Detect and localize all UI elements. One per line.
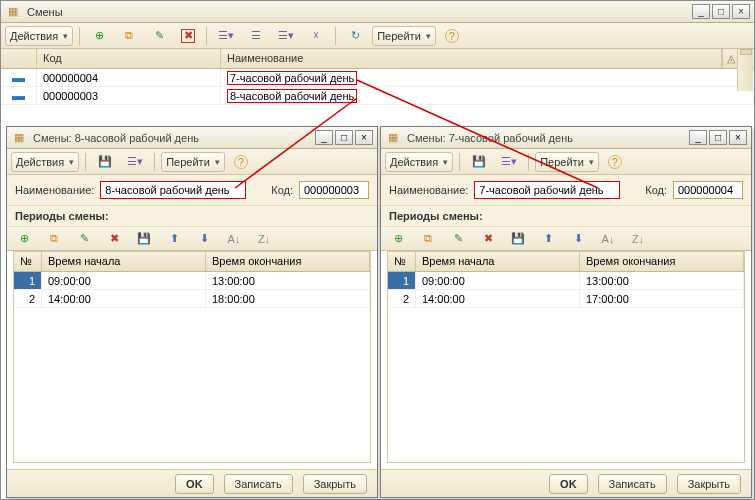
- col-start[interactable]: Время начала: [416, 252, 580, 271]
- clear-filter-button[interactable]: ☓: [303, 26, 329, 46]
- save-grid-button[interactable]: 💾: [131, 229, 157, 249]
- table-row[interactable]: ▬ 000000004 7-часовой рабочий день: [1, 69, 754, 87]
- copy-row-button[interactable]: ⧉: [415, 229, 441, 249]
- col-end[interactable]: Время окончания: [580, 252, 744, 271]
- chevron-down-icon: ▾: [426, 31, 431, 41]
- periods-grid: № Время начала Время окончания 1 09:00:0…: [13, 251, 371, 463]
- periods-row[interactable]: 2 14:00:00 18:00:00: [14, 290, 370, 308]
- help-button[interactable]: ?: [440, 26, 464, 46]
- name-input[interactable]: [100, 181, 246, 199]
- periods-row[interactable]: 1 09:00:00 13:00:00: [14, 272, 370, 290]
- minimize-button[interactable]: _: [315, 130, 333, 145]
- name-input[interactable]: [474, 181, 620, 199]
- write-button[interactable]: Записать: [598, 474, 667, 494]
- code-input[interactable]: [673, 181, 743, 199]
- ok-button[interactable]: OK: [175, 474, 214, 494]
- col-num[interactable]: №: [388, 252, 416, 271]
- maximize-button[interactable]: □: [712, 4, 730, 19]
- list-icon: ▦: [11, 130, 27, 146]
- actions-label: Действия: [16, 156, 64, 168]
- move-down-button[interactable]: ⬇: [191, 229, 217, 249]
- sort-asc-button[interactable]: A↓: [595, 229, 621, 249]
- filter1-button[interactable]: ☰▾: [213, 26, 239, 46]
- periods-grid-header: № Время начала Время окончания: [14, 252, 370, 272]
- maximize-button[interactable]: □: [709, 130, 727, 145]
- grid-header-name[interactable]: Наименование: [221, 49, 722, 68]
- edit-row-button[interactable]: ✎: [71, 229, 97, 249]
- go-menu[interactable]: Перейти▾: [161, 152, 225, 172]
- grid-header-blank[interactable]: [1, 49, 37, 68]
- chevron-down-icon: ▾: [589, 157, 594, 167]
- move-up-button[interactable]: ⬆: [535, 229, 561, 249]
- cell-end: 13:00:00: [580, 272, 744, 289]
- actions-menu[interactable]: Действия▾: [11, 152, 79, 172]
- cell-name: 8-часовой рабочий день: [221, 87, 754, 104]
- write-button[interactable]: Записать: [224, 474, 293, 494]
- actions-menu[interactable]: Действия▾: [385, 152, 453, 172]
- sort-desc-button[interactable]: Z↓: [251, 229, 277, 249]
- col-num[interactable]: №: [14, 252, 42, 271]
- copy-row-button[interactable]: ⧉: [41, 229, 67, 249]
- help-button[interactable]: ?: [603, 152, 627, 172]
- periods-row[interactable]: 1 09:00:00 13:00:00: [388, 272, 744, 290]
- ok-button[interactable]: OK: [549, 474, 588, 494]
- go-menu[interactable]: Перейти▾: [535, 152, 599, 172]
- close-button[interactable]: ×: [355, 130, 373, 145]
- save-button[interactable]: 💾: [466, 152, 492, 172]
- minimize-button[interactable]: _: [689, 130, 707, 145]
- grid-header-code[interactable]: Код: [37, 49, 221, 68]
- close-button[interactable]: Закрыть: [303, 474, 367, 494]
- table-row[interactable]: ▬ 000000003 8-часовой рабочий день: [1, 87, 754, 105]
- go-label: Перейти: [166, 156, 210, 168]
- add-row-button[interactable]: ⊕: [11, 229, 37, 249]
- sort-desc-button[interactable]: Z↓: [625, 229, 651, 249]
- close-button[interactable]: ×: [729, 130, 747, 145]
- add-button[interactable]: ⊕: [86, 26, 112, 46]
- go-menu[interactable]: Перейти ▾: [372, 26, 436, 46]
- move-up-button[interactable]: ⬆: [161, 229, 187, 249]
- separator: [528, 153, 529, 171]
- cell-end: 17:00:00: [580, 290, 744, 307]
- close-button[interactable]: ×: [732, 4, 750, 19]
- main-grid-body: ▬ 000000004 7-часовой рабочий день ▬ 000…: [1, 69, 754, 105]
- edit-button[interactable]: ✎: [146, 26, 172, 46]
- report-button[interactable]: ☰▾: [496, 152, 522, 172]
- main-title: Смены: [27, 6, 686, 18]
- minimize-button[interactable]: _: [692, 4, 710, 19]
- save-grid-button[interactable]: 💾: [505, 229, 531, 249]
- col-end[interactable]: Время окончания: [206, 252, 370, 271]
- go-label: Перейти: [540, 156, 584, 168]
- close-button[interactable]: Закрыть: [677, 474, 741, 494]
- maximize-button[interactable]: □: [335, 130, 353, 145]
- chevron-down-icon: ▾: [63, 31, 68, 41]
- add-copy-button[interactable]: ⧉: [116, 26, 142, 46]
- separator: [79, 27, 80, 45]
- save-button[interactable]: 💾: [92, 152, 118, 172]
- delete-row-button[interactable]: ✖: [475, 229, 501, 249]
- periods-row[interactable]: 2 14:00:00 17:00:00: [388, 290, 744, 308]
- delete-button[interactable]: ✖: [176, 26, 200, 46]
- report-button[interactable]: ☰▾: [122, 152, 148, 172]
- name-label: Наименование:: [389, 184, 468, 196]
- col-start[interactable]: Время начала: [42, 252, 206, 271]
- help-button[interactable]: ?: [229, 152, 253, 172]
- sort-asc-button[interactable]: A↓: [221, 229, 247, 249]
- cell-name: 7-часовой рабочий день: [221, 69, 754, 86]
- scrollbar[interactable]: [737, 49, 753, 91]
- move-down-button[interactable]: ⬇: [565, 229, 591, 249]
- periods-section-label: Периоды смены:: [381, 206, 751, 227]
- actions-menu[interactable]: Действия ▾: [5, 26, 73, 46]
- list-icon: ▦: [5, 4, 21, 20]
- actions-label: Действия: [10, 30, 58, 42]
- edit-row-button[interactable]: ✎: [445, 229, 471, 249]
- code-input[interactable]: [299, 181, 369, 199]
- filter2-button[interactable]: ☰: [243, 26, 269, 46]
- delete-row-button[interactable]: ✖: [101, 229, 127, 249]
- cell-start: 09:00:00: [416, 272, 580, 289]
- refresh-button[interactable]: ↻: [342, 26, 368, 46]
- add-row-button[interactable]: ⊕: [385, 229, 411, 249]
- separator: [85, 153, 86, 171]
- sort-indicator-icon[interactable]: ◬: [722, 49, 738, 68]
- periods-toolbar: ⊕ ⧉ ✎ ✖ 💾 ⬆ ⬇ A↓ Z↓: [381, 227, 751, 251]
- filter3-button[interactable]: ☰▾: [273, 26, 299, 46]
